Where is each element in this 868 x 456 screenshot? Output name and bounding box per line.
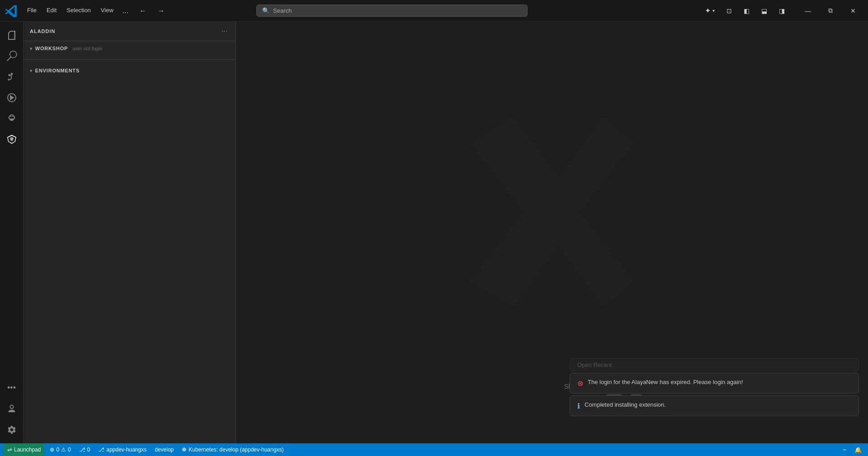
window-controls: — ⧉ ✕ <box>797 4 863 18</box>
restore-button[interactable]: ⧉ <box>820 4 841 18</box>
statusbar: ⇌ Launchpad ⊗ 0 ⚠ 0 ⎇ 0 ⎇ appdev-huangxs… <box>0 443 868 456</box>
git-branch-icon: ⎇ <box>98 446 104 453</box>
activity-run[interactable] <box>2 88 22 108</box>
sidebar-header: ALADDIN ··· <box>24 22 236 41</box>
menu-edit[interactable]: Edit <box>42 5 61 17</box>
status-zoom-button[interactable]: － <box>838 443 851 456</box>
workshop-label: WORKSHOP <box>35 46 68 51</box>
secondary-sidebar-button[interactable]: ◨ <box>774 5 789 16</box>
sidebar-title: ALADDIN <box>30 28 56 34</box>
menu-view[interactable]: View <box>96 5 118 17</box>
menu-selection[interactable]: Selection <box>62 5 95 17</box>
launchpad-label: Launchpad <box>14 446 41 453</box>
git-label: develop <box>155 446 174 453</box>
titlebar-actions: ✦ ▾ ⊡ ◧ ⬓ ◨ <box>700 5 789 17</box>
status-kubernetes[interactable]: ☸ Kubernetes: develop (appdev-huangxs) <box>179 446 286 454</box>
titlebar: File Edit Selection View ... ← → 🔍 Searc… <box>0 0 868 22</box>
notification-info: ℹ Completed installing extension. <box>570 395 859 416</box>
activity-settings[interactable] <box>2 420 22 440</box>
workshop-section-header[interactable]: ▾ WORKSHOP user not login <box>24 44 236 53</box>
environments-section: ▾ ENVIRONMENTS <box>24 63 236 78</box>
close-button[interactable]: ✕ <box>843 4 863 18</box>
activity-search[interactable] <box>2 46 22 66</box>
kubernetes-label: Kubernetes: develop (appdev-huangxs) <box>189 446 283 453</box>
notification-open-recent-partial: Open Recent <box>570 358 859 371</box>
workshop-chevron-icon: ▾ <box>30 46 33 51</box>
branch-sync-icon: ⎇ <box>79 446 85 453</box>
vscode-background-logo <box>443 90 660 309</box>
status-right: － 🔔 <box>838 443 864 456</box>
workshop-subtitle: user not login <box>72 46 102 51</box>
notification-info-icon: ℹ <box>577 402 580 410</box>
activity-aladdin[interactable] <box>2 129 22 149</box>
activity-account[interactable] <box>2 399 22 419</box>
environments-chevron-icon: ▾ <box>30 68 33 73</box>
status-git-develop[interactable]: develop <box>152 446 176 454</box>
environments-section-header[interactable]: ▾ ENVIRONMENTS <box>24 66 236 75</box>
notification-info-text: Completed installing extension. <box>585 401 666 408</box>
kubernetes-icon: ☸ <box>182 446 187 453</box>
status-branch[interactable]: ⎇ appdev-huangxs <box>95 446 149 454</box>
sidebar: ALADDIN ··· ▾ WORKSHOP user not login ▾ … <box>24 22 236 443</box>
layout-editor-button[interactable]: ⊡ <box>722 5 736 16</box>
layout-icon: ⊡ <box>726 7 732 14</box>
activity-bottom <box>2 399 22 440</box>
zoom-out-icon: － <box>841 445 848 455</box>
sidebar-more-button[interactable]: ··· <box>220 26 229 36</box>
launchpad-remote-icon: ⇌ <box>7 446 12 453</box>
copilot-icon: ✦ <box>705 6 711 15</box>
bell-icon: 🔔 <box>854 446 862 453</box>
notification-error: ⊗ The login for the AlayaNew has expired… <box>570 373 859 394</box>
status-launchpad[interactable]: ⇌ Launchpad <box>4 443 44 456</box>
branch-label: appdev-huangxs <box>106 446 146 453</box>
menu-more[interactable]: ... <box>119 5 132 17</box>
warning-count: 0 <box>68 446 71 453</box>
error-count: 0 <box>56 446 59 453</box>
status-errors[interactable]: ⊗ 0 ⚠ 0 <box>47 446 73 454</box>
search-bar[interactable]: 🔍 Search <box>256 5 528 17</box>
menu-file[interactable]: File <box>23 5 41 17</box>
copilot-button[interactable]: ✦ ▾ <box>700 5 719 17</box>
section-divider <box>24 59 236 60</box>
activity-more[interactable]: ••• <box>4 380 19 396</box>
status-info[interactable]: ⎇ 0 <box>76 446 93 454</box>
activity-explorer[interactable] <box>2 25 22 45</box>
search-placeholder: Search <box>273 7 292 14</box>
panel-icon: ⬓ <box>761 7 767 14</box>
sidebar-toggle-button[interactable]: ◧ <box>739 5 754 16</box>
status-bell-button[interactable]: 🔔 <box>852 443 864 456</box>
activity-source-control[interactable] <box>2 67 22 87</box>
vscode-logo-icon <box>5 5 17 17</box>
main-area: ••• ALADDIN ··· ▾ WORKSHOP use <box>0 22 868 443</box>
error-icon: ⊗ <box>50 446 54 453</box>
search-magnifier-icon: 🔍 <box>262 7 269 14</box>
environments-label: ENVIRONMENTS <box>35 68 80 73</box>
copilot-chevron-icon: ▾ <box>712 8 715 13</box>
menu-bar: File Edit Selection View ... <box>23 5 132 17</box>
editor-area: Show All Commands F1 Open File Ctrl + O … <box>236 22 868 443</box>
notification-error-icon: ⊗ <box>577 379 583 388</box>
notifications-area: Open Recent ⊗ The login for the AlayaNew… <box>570 358 859 416</box>
nav-back-button[interactable]: ← <box>136 5 150 17</box>
activity-bar: ••• <box>0 22 24 443</box>
notification-error-text: The login for the AlayaNew has expired. … <box>588 379 743 385</box>
partial-label: Open Recent <box>577 361 612 368</box>
warning-icon: ⚠ <box>61 446 66 453</box>
sidebar-icon: ◧ <box>744 7 750 14</box>
info-count: 0 <box>87 446 90 453</box>
workshop-section: ▾ WORKSHOP user not login <box>24 41 236 56</box>
activity-extensions[interactable] <box>2 109 22 128</box>
secondary-sidebar-icon: ◨ <box>779 7 785 14</box>
panel-toggle-button[interactable]: ⬓ <box>757 5 772 16</box>
minimize-button[interactable]: — <box>797 4 818 18</box>
nav-forward-button[interactable]: → <box>154 5 168 17</box>
